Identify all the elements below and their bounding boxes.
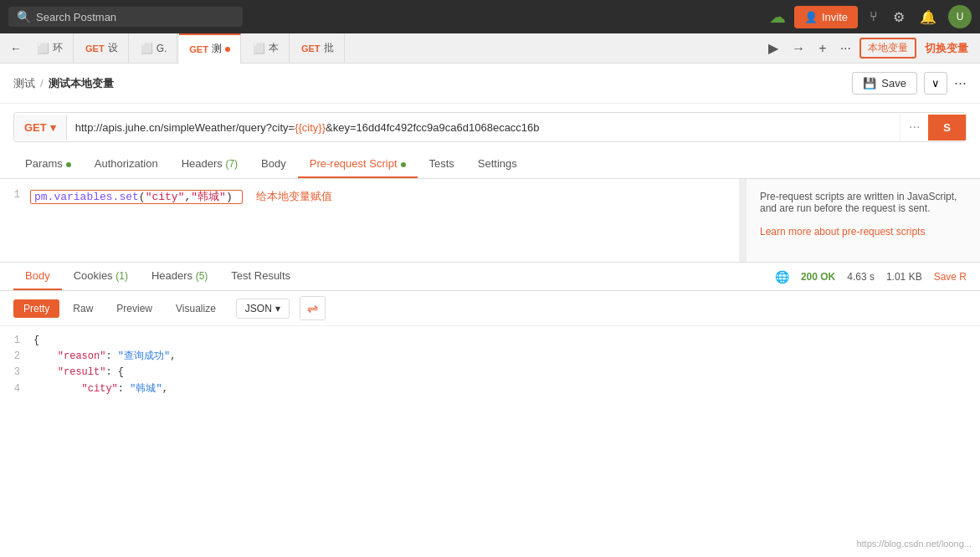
search-box[interactable]: 🔍 Search Postman — [8, 7, 243, 27]
save-dropdown-button[interactable]: ∨ — [924, 72, 947, 95]
resp-headers-count: (5) — [196, 270, 208, 282]
resp-tab-body[interactable]: Body — [13, 263, 62, 290]
tab-headers[interactable]: Headers (7) — [170, 151, 249, 178]
json-line-2: 2 "reason": "查询成功", — [0, 349, 980, 365]
back-button[interactable]: ← — [7, 38, 25, 59]
switch-var-button[interactable]: 切换变量 — [920, 39, 973, 58]
json-brace-open: { — [30, 333, 980, 349]
breadcrumb-current: 测试本地变量 — [49, 76, 114, 91]
tab-set-label: 设 — [108, 41, 118, 55]
more-tabs-button[interactable]: ··· — [835, 39, 856, 58]
avatar-initials: U — [957, 11, 964, 23]
cloud-icon: ☁ — [769, 7, 786, 27]
wrap-button[interactable]: ⇌ — [300, 296, 326, 320]
method-dropdown-icon: ▾ — [50, 121, 56, 134]
invite-button[interactable]: 👤 Invite — [794, 6, 858, 28]
breadcrumb-sep: / — [40, 77, 44, 89]
script-help-link[interactable]: Learn more about pre-request scripts — [760, 226, 925, 238]
globe-icon: 🌐 — [775, 270, 789, 284]
breadcrumb-parent: 测试 — [13, 76, 35, 91]
save-icon: 💾 — [863, 77, 876, 89]
breadcrumb-bar: 测试 / 测试本地变量 💾 Save ∨ ··· — [0, 64, 980, 104]
code-arg1: "city" — [146, 191, 185, 203]
breadcrumb-actions: 💾 Save ∨ ··· — [852, 72, 967, 95]
request-tabs: Params Authorization Headers (7) Body Pr… — [0, 151, 980, 179]
tab-bar: ← ⬜ 环 GET 设 ⬜ G. GET 测 ⬜ 本 GET 批 ▶ → + ·… — [0, 33, 980, 64]
tab-settings[interactable]: Settings — [466, 151, 529, 178]
invite-icon: 👤 — [804, 11, 818, 23]
send-button[interactable]: S — [928, 115, 966, 141]
script-area: 1 pm.variables.set("city","韩城") 给本地变量赋值 … — [0, 179, 980, 263]
response-time: 4.63 s — [847, 271, 875, 283]
json-city: "city": "韩城", — [30, 381, 980, 397]
method-label-1: GET — [85, 43, 105, 54]
tab-ben-label: 本 — [269, 41, 279, 55]
code-arg2: "韩城" — [191, 191, 226, 203]
resp-tab-headers[interactable]: Headers (5) — [140, 263, 219, 290]
tab-authorization[interactable]: Authorization — [83, 151, 170, 178]
tab-body[interactable]: Body — [249, 151, 298, 178]
line-number-1: 1 — [0, 187, 30, 201]
tab-params[interactable]: Params — [13, 151, 83, 178]
json-ln-4: 4 — [0, 381, 30, 397]
resp-tab-cookies[interactable]: Cookies (1) — [62, 263, 140, 290]
tab-pi-label: 批 — [324, 41, 334, 55]
tab-bar-actions: ▶ → + ··· 本地变量 切换变量 — [763, 38, 973, 59]
avatar[interactable]: U — [948, 5, 972, 28]
code-method: pm.variables.set — [34, 191, 139, 203]
tab-pi[interactable]: GET 批 — [291, 33, 345, 64]
json-ln-2: 2 — [0, 349, 30, 365]
search-icon: 🔍 — [17, 10, 31, 23]
tab-tests[interactable]: Tests — [418, 151, 466, 178]
json-format-select[interactable]: JSON ▾ — [236, 299, 290, 319]
fmt-pretty[interactable]: Pretty — [13, 299, 59, 318]
tab-g-icon: ⬜ — [141, 43, 153, 54]
fmt-preview[interactable]: Preview — [106, 299, 162, 318]
url-prefix: http://apis.juhe.cn/simpleWeather/query?… — [75, 121, 295, 134]
forward-btn[interactable]: → — [787, 39, 810, 58]
breadcrumb: 测试 / 测试本地变量 — [13, 76, 114, 91]
resize-handle[interactable] — [739, 179, 746, 262]
local-var-button[interactable]: 本地变量 — [859, 38, 916, 59]
top-bar: 🔍 Search Postman ☁ 👤 Invite ⑂ ⚙ 🔔 U — [0, 0, 980, 33]
save-button[interactable]: 💾 Save — [852, 72, 917, 95]
method-selector[interactable]: GET ▾ — [14, 115, 67, 141]
more-actions-button[interactable]: ··· — [954, 74, 967, 92]
url-input[interactable]: http://apis.juhe.cn/simpleWeather/query?… — [67, 115, 900, 141]
json-output: 1 { 2 "reason": "查询成功", 3 "result": { 4 … — [0, 326, 980, 404]
prereq-dot — [401, 162, 406, 167]
tab-ben[interactable]: ⬜ 本 — [243, 33, 290, 64]
tab-env[interactable]: ⬜ 环 — [27, 33, 74, 64]
response-status: 🌐 200 OK 4.63 s 1.01 KB Save R — [775, 270, 967, 284]
json-format-label: JSON — [245, 303, 272, 314]
tab-ce[interactable]: GET 测 — [179, 33, 241, 64]
fmt-raw[interactable]: Raw — [63, 299, 103, 318]
tab-g-label: G. — [156, 43, 167, 54]
fmt-visualize[interactable]: Visualize — [166, 299, 226, 318]
add-tab-button[interactable]: + — [813, 39, 831, 58]
tab-get-set[interactable]: GET 设 — [75, 33, 129, 64]
resp-tab-test-results[interactable]: Test Results — [219, 263, 302, 290]
method-label-active: GET — [189, 44, 208, 54]
json-ln-3: 3 — [0, 365, 30, 381]
json-reason: "reason": "查询成功", — [30, 349, 980, 365]
bell-icon[interactable]: 🔔 — [916, 6, 940, 28]
tab-g[interactable]: ⬜ G. — [131, 33, 178, 64]
url-more-button[interactable]: ··· — [900, 113, 928, 141]
settings-icon[interactable]: ⚙ — [890, 6, 908, 28]
code-boxed: pm.variables.set("city","韩城") — [30, 190, 243, 204]
code-comment: 给本地变量赋值 — [256, 191, 332, 203]
response-size: 1.01 KB — [886, 271, 922, 283]
code-editor[interactable]: 1 pm.variables.set("city","韩城") 给本地变量赋值 — [0, 179, 739, 262]
tab-pre-request[interactable]: Pre-request Script — [298, 151, 418, 178]
run-button[interactable]: ▶ — [763, 38, 783, 58]
json-line-1: 1 { — [0, 333, 980, 349]
url-bar: GET ▾ http://apis.juhe.cn/simpleWeather/… — [13, 112, 967, 142]
json-line-3: 3 "result": { — [0, 365, 980, 381]
json-result: "result": { — [30, 365, 980, 381]
method-value: GET — [24, 121, 47, 134]
status-value: 200 OK — [801, 271, 835, 283]
fork-icon[interactable]: ⑂ — [866, 6, 881, 28]
line-content-1: pm.variables.set("city","韩城") 给本地变量赋值 — [30, 187, 739, 206]
save-response-button[interactable]: Save R — [934, 271, 967, 283]
